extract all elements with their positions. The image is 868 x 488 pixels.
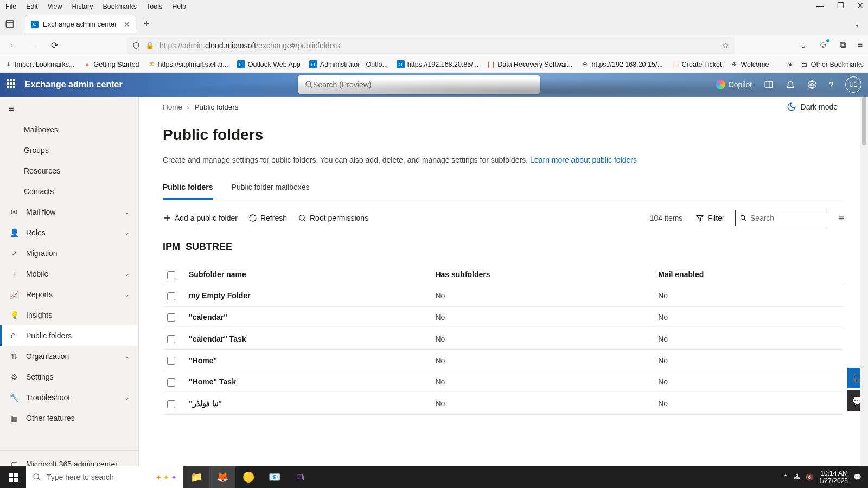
bookmark-item[interactable]: ⊕https://192.168.20.15/... bbox=[581, 61, 662, 68]
address-bar[interactable]: 🔒 https://admin.cloud.microsoft/exchange… bbox=[127, 37, 735, 54]
settings-icon[interactable] bbox=[807, 80, 817, 89]
breadcrumb-home[interactable]: Home bbox=[163, 103, 182, 111]
taskbar-search[interactable]: Type here to search ✦✦✦ bbox=[26, 466, 183, 488]
table-row[interactable]: "نیا فولڈر"NoNo bbox=[163, 393, 844, 414]
menu-edit[interactable]: Edit bbox=[26, 3, 38, 10]
taskbar-explorer-icon[interactable]: 📁 bbox=[183, 466, 209, 488]
bookmarks-overflow-icon[interactable]: » bbox=[788, 61, 792, 68]
table-search[interactable] bbox=[735, 210, 827, 226]
taskbar-vs-icon[interactable]: ⧉ bbox=[288, 466, 314, 488]
new-tab-button[interactable]: + bbox=[144, 18, 150, 30]
menu-history[interactable]: History bbox=[72, 3, 93, 10]
bookmark-item[interactable]: ❘❘Data Recovery Softwar... bbox=[487, 61, 572, 68]
bookmark-star-icon[interactable]: ☆ bbox=[722, 41, 729, 50]
panel-icon[interactable] bbox=[764, 80, 774, 89]
dark-mode-toggle[interactable]: Dark mode bbox=[787, 102, 838, 112]
sidebar-item-mailflow[interactable]: ✉Mail flow⌄ bbox=[0, 202, 138, 222]
sidebar-item-mailboxes[interactable]: Mailboxes bbox=[0, 119, 138, 140]
col-mail[interactable]: Mail enabled bbox=[654, 265, 844, 285]
row-checkbox[interactable] bbox=[167, 357, 175, 365]
root-permissions-button[interactable]: Root permissions bbox=[298, 214, 368, 222]
sidebar-item-resources[interactable]: Resources bbox=[0, 160, 138, 181]
scrollbar[interactable] bbox=[860, 97, 868, 477]
row-checkbox[interactable] bbox=[167, 313, 175, 322]
bookmark-item[interactable]: ✉https://sitplmail.stellar... bbox=[148, 61, 228, 68]
sidebar-item-insights[interactable]: 💡Insights bbox=[0, 305, 138, 325]
copilot-button[interactable]: Copilot bbox=[716, 80, 752, 89]
extensions-icon[interactable]: ⧉ bbox=[840, 40, 846, 50]
taskbar-chrome-icon[interactable]: 🟡 bbox=[235, 466, 261, 488]
sidebar-item-publicfolders[interactable]: 🗀Public folders bbox=[0, 325, 138, 346]
select-all-checkbox[interactable] bbox=[167, 271, 175, 279]
tray-volume-icon[interactable]: 🔇 bbox=[806, 473, 814, 481]
menu-view[interactable]: View bbox=[48, 3, 62, 10]
sidebar-item-groups[interactable]: Groups bbox=[0, 140, 138, 160]
clock[interactable]: 10:14 AM1/27/2025 bbox=[819, 470, 848, 485]
row-checkbox[interactable] bbox=[167, 378, 175, 387]
row-checkbox[interactable] bbox=[167, 335, 175, 343]
taskbar-firefox-icon[interactable]: 🦊 bbox=[209, 466, 235, 488]
bookmark-item[interactable]: ❘❘Create Ticket bbox=[672, 61, 722, 68]
bookmark-item[interactable]: ●Getting Started bbox=[83, 61, 139, 68]
other-bookmarks[interactable]: 🗀Other Bookmarks bbox=[801, 61, 864, 68]
more-options-icon[interactable]: ≡ bbox=[838, 213, 844, 224]
tray-chevron-icon[interactable]: ⌃ bbox=[783, 473, 788, 481]
table-search-input[interactable] bbox=[750, 214, 823, 222]
col-subfolders[interactable]: Has subfolders bbox=[431, 265, 654, 285]
nav-back-button[interactable]: ← bbox=[5, 41, 21, 50]
sidebar-item-settings[interactable]: ⚙Settings bbox=[0, 367, 138, 387]
sidebar-item-organization[interactable]: ⇅Organization⌄ bbox=[0, 346, 138, 367]
table-row[interactable]: "Home"NoNo bbox=[163, 350, 844, 371]
bookmark-item[interactable]: ⊕Welcome bbox=[730, 61, 769, 68]
sidebar-item-reports[interactable]: 📈Reports⌄ bbox=[0, 284, 138, 305]
bookmark-item[interactable]: Ohttps://192.168.20.85/... bbox=[397, 60, 478, 68]
sidebar-item-mobile[interactable]: ⫿Mobile⌄ bbox=[0, 264, 138, 284]
sidebar-item-migration[interactable]: ↗Migration bbox=[0, 243, 138, 264]
tray-network-icon[interactable]: 🖧 bbox=[794, 473, 800, 481]
start-button[interactable] bbox=[0, 466, 26, 488]
table-row[interactable]: "Home" TaskNoNo bbox=[163, 371, 844, 393]
help-icon[interactable]: ? bbox=[829, 80, 833, 89]
row-checkbox[interactable] bbox=[167, 292, 175, 300]
filter-button[interactable]: Filter bbox=[695, 214, 724, 222]
col-name[interactable]: Subfolder name bbox=[184, 265, 431, 285]
pocket-icon[interactable]: ⌄ bbox=[800, 40, 807, 50]
browser-tab[interactable]: O Exchange admin center ✕ bbox=[25, 15, 136, 33]
menu-bookmarks[interactable]: Bookmarks bbox=[103, 3, 137, 10]
bookmark-item[interactable]: OAdministrator - Outlo... bbox=[309, 60, 388, 68]
notifications-icon[interactable]: 💬 bbox=[853, 473, 861, 481]
row-checkbox[interactable] bbox=[167, 400, 175, 408]
account-icon[interactable]: ☺ bbox=[819, 40, 827, 50]
tab-close-icon[interactable]: ✕ bbox=[124, 20, 130, 29]
tab-public-folders[interactable]: Public folders bbox=[163, 183, 213, 200]
sidebar-item-troubleshoot[interactable]: 🔧Troubleshoot⌄ bbox=[0, 387, 138, 408]
menu-tools[interactable]: Tools bbox=[146, 3, 162, 10]
app-name[interactable]: Exchange admin center bbox=[25, 80, 123, 89]
app-launcher-icon[interactable] bbox=[7, 79, 17, 90]
taskbar-outlook-icon[interactable]: 📧 bbox=[261, 466, 288, 488]
menu-file[interactable]: File bbox=[5, 3, 16, 10]
window-close-icon[interactable]: ✕ bbox=[857, 1, 864, 10]
sidebar-item-other[interactable]: ▦Other features bbox=[0, 408, 138, 428]
app-menu-icon[interactable]: ≡ bbox=[858, 40, 863, 50]
menu-help[interactable]: Help bbox=[172, 3, 186, 10]
add-folder-button[interactable]: Add a public folder bbox=[163, 214, 238, 222]
bookmark-import[interactable]: ↧Import bookmarks... bbox=[4, 61, 74, 68]
window-minimize-icon[interactable]: — bbox=[816, 1, 824, 10]
table-row[interactable]: my Empty FolderNoNo bbox=[163, 285, 844, 306]
notifications-icon[interactable] bbox=[786, 80, 795, 89]
window-maximize-icon[interactable]: ❐ bbox=[837, 1, 844, 10]
sidebar-toggle-icon[interactable]: ≡ bbox=[0, 99, 138, 119]
sidebar-item-contacts[interactable]: Contacts bbox=[0, 181, 138, 202]
bookmark-item[interactable]: OOutlook Web App bbox=[237, 60, 301, 68]
nav-reload-button[interactable]: ⟳ bbox=[47, 40, 62, 50]
tab-mailboxes[interactable]: Public folder mailboxes bbox=[232, 183, 310, 200]
recent-history-icon[interactable] bbox=[4, 18, 15, 29]
banner-search[interactable] bbox=[298, 75, 540, 94]
banner-search-input[interactable] bbox=[313, 80, 533, 89]
table-row[interactable]: "calendar"NoNo bbox=[163, 306, 844, 328]
sidebar-item-roles[interactable]: 👤Roles⌄ bbox=[0, 222, 138, 243]
table-row[interactable]: "calendar" TaskNoNo bbox=[163, 328, 844, 350]
tabstrip-dropdown-icon[interactable]: ⌄ bbox=[854, 20, 860, 28]
learn-more-link[interactable]: Learn more about public folders bbox=[530, 156, 637, 164]
